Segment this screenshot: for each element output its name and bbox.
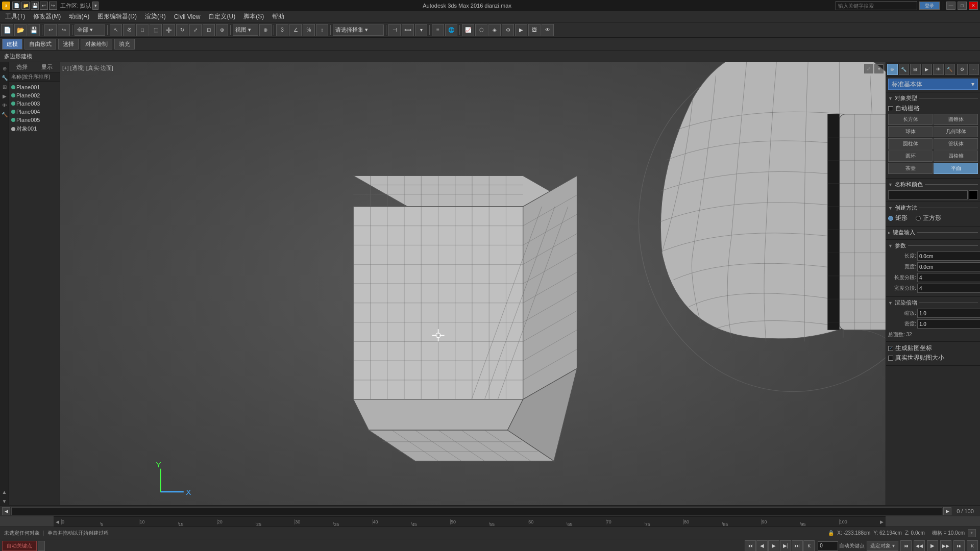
tree-item-plane001[interactable]: Plane001: [10, 83, 59, 91]
goto-start-btn[interactable]: ⏮: [745, 540, 756, 552]
name-input[interactable]: [888, 190, 968, 199]
play-btn[interactable]: ▶: [768, 540, 779, 552]
open-btn[interactable]: 📁: [21, 2, 30, 10]
tree-item-plane003[interactable]: Plane003: [10, 99, 59, 108]
minimize-btn[interactable]: —: [946, 2, 955, 10]
box-btn[interactable]: 长方体: [888, 114, 933, 125]
window-crossing-btn[interactable]: ⬚: [150, 24, 162, 36]
modify-icon[interactable]: 🔧: [1, 73, 9, 82]
motion-icon[interactable]: ▶: [1, 92, 9, 100]
rect-radio[interactable]: [888, 216, 893, 221]
panel-settings-btn[interactable]: ⚙: [957, 64, 968, 75]
schematic-view-btn[interactable]: ⬡: [475, 24, 487, 36]
cm-toggle-icon[interactable]: ▼: [888, 206, 893, 211]
ref-coord-dropdown[interactable]: 视图 ▾: [233, 24, 258, 36]
collapse-icon[interactable]: ▼: [1, 497, 9, 505]
material-editor-btn[interactable]: ◈: [488, 24, 501, 36]
menu-tools[interactable]: 工具(T): [1, 11, 29, 22]
display-icon[interactable]: 👁: [1, 101, 9, 109]
rect-select-btn[interactable]: □: [136, 24, 149, 36]
motion-panel-btn[interactable]: ▶: [922, 64, 933, 75]
hierarchy-panel-btn[interactable]: ⊞: [910, 64, 921, 75]
undo-tool-btn[interactable]: ↩: [44, 24, 57, 36]
category-dropdown[interactable]: 标准基本体 ▾: [888, 79, 978, 90]
goto-end-btn[interactable]: ⏭: [792, 540, 803, 552]
model-tab[interactable]: 建模: [2, 39, 22, 49]
expand-icon[interactable]: ▲: [1, 488, 9, 496]
render-setup-btn[interactable]: ⚙: [502, 24, 514, 36]
object-paint-tab[interactable]: 对象绘制: [81, 39, 112, 49]
layer-manager-btn[interactable]: ≡: [432, 24, 444, 36]
snap-percent-btn[interactable]: %: [303, 24, 315, 36]
rotate-btn[interactable]: ↻: [176, 24, 188, 36]
display-panel-btn[interactable]: 👁: [933, 64, 944, 75]
create-icon[interactable]: ⊕: [1, 64, 9, 72]
cone-btn[interactable]: 圆锥体: [934, 114, 978, 125]
rm-toggle-icon[interactable]: ▼: [888, 300, 893, 306]
viewport-options-btn[interactable]: ▾: [874, 64, 884, 73]
sphere-btn[interactable]: 球体: [888, 126, 933, 137]
section-toggle-icon[interactable]: ▼: [888, 96, 893, 101]
color-swatch-btn[interactable]: [969, 190, 978, 199]
select-tab[interactable]: 选择: [9, 62, 35, 72]
tree-item-plane005[interactable]: Plane005: [10, 116, 59, 124]
nav-2-btn[interactable]: ◀◀: [914, 540, 925, 552]
snap-angle-btn[interactable]: ∠: [289, 24, 302, 36]
next-frame-btn[interactable]: ▶|: [780, 540, 791, 552]
panel-more-btn[interactable]: ⋯: [969, 64, 979, 75]
select-center-btn[interactable]: ⊕: [216, 24, 228, 36]
timeline-slider[interactable]: [11, 507, 942, 515]
redo-tool-btn[interactable]: ↪: [58, 24, 70, 36]
save-btn[interactable]: 💾: [31, 2, 39, 10]
select-btn[interactable]: ↖: [110, 24, 122, 36]
pyramid-btn[interactable]: 四棱锥: [934, 151, 978, 162]
width-segs-input[interactable]: [917, 284, 980, 293]
freeform-tab[interactable]: 自由形式: [24, 39, 56, 49]
kb-header[interactable]: ▸ 键盘输入: [888, 229, 978, 236]
display-tab[interactable]: 显示: [35, 62, 60, 72]
menu-customize[interactable]: 自定义(U): [204, 11, 239, 22]
undo-btn[interactable]: ↩: [40, 2, 48, 10]
align-btn[interactable]: ⟺: [402, 24, 414, 36]
autokey-btn[interactable]: 自动关键点: [2, 541, 37, 551]
menu-animation[interactable]: 动画(A): [65, 11, 93, 22]
menu-civil-view[interactable]: Civil View: [170, 12, 205, 21]
width-input[interactable]: [917, 262, 980, 271]
geosphere-btn[interactable]: 几何球体: [934, 126, 978, 137]
select-name-btn[interactable]: 名: [123, 24, 135, 36]
scene-explorer-btn[interactable]: 🌐: [445, 24, 457, 36]
nc-toggle-icon[interactable]: ▼: [888, 182, 893, 187]
snap-spinner-btn[interactable]: ↕: [316, 24, 328, 36]
named-select-dropdown[interactable]: 请选择择集 ▾: [333, 24, 384, 36]
scale-btn[interactable]: ⤢: [189, 24, 202, 36]
timeline-scroll-left[interactable]: ◀: [2, 507, 10, 515]
nav-3-btn[interactable]: ▶: [927, 540, 938, 552]
move-btn[interactable]: ✛: [163, 24, 175, 36]
mirror-btn[interactable]: ⊣: [388, 24, 401, 36]
frame-input[interactable]: [818, 541, 838, 550]
login-btn[interactable]: 登录: [919, 2, 940, 10]
align-dropdown-btn[interactable]: ▾: [415, 24, 427, 36]
place-highlight-btn[interactable]: ⊡: [203, 24, 215, 36]
length-segs-input[interactable]: [917, 273, 980, 282]
setkey-btn[interactable]: [38, 541, 45, 551]
close-btn[interactable]: ✕: [969, 2, 978, 10]
add-time-tag-btn[interactable]: +: [968, 529, 976, 537]
tree-item-object001[interactable]: 对象001: [10, 124, 59, 134]
scale-input[interactable]: [917, 309, 980, 318]
workspace-dropdown[interactable]: ▾: [92, 2, 99, 10]
render-btn[interactable]: 🖼: [528, 24, 541, 36]
selected-obj-dropdown[interactable]: 选定对象 ▾: [867, 541, 898, 551]
nav-6-btn[interactable]: K: [967, 540, 978, 552]
tree-item-plane004[interactable]: Plane004: [10, 108, 59, 116]
auto-grid-checkbox[interactable]: [888, 106, 893, 111]
menu-modifiers[interactable]: 修改器(M): [29, 11, 65, 22]
tree-item-plane002[interactable]: Plane002: [10, 91, 59, 99]
save-file-btn[interactable]: 💾: [28, 24, 40, 36]
ruler-end-icon[interactable]: ▶: [878, 517, 886, 527]
selection-filter-dropdown[interactable]: 全部 ▾: [75, 24, 105, 36]
new-file-btn[interactable]: 📄: [1, 24, 13, 36]
select-tab[interactable]: 选择: [58, 39, 79, 49]
create-panel-btn[interactable]: ⊕: [887, 64, 898, 75]
in-viewport-btn[interactable]: 👁: [542, 24, 554, 36]
